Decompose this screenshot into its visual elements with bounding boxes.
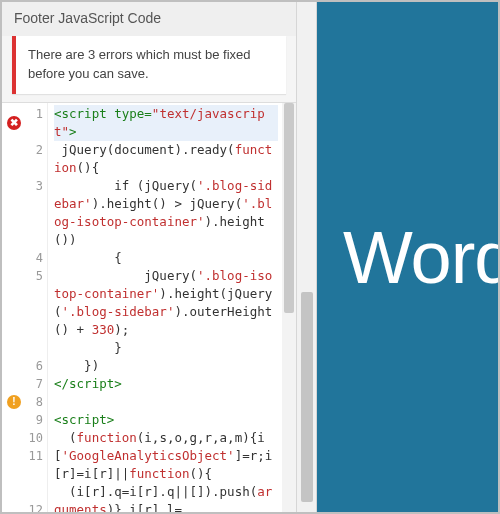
code-line	[54, 393, 278, 411]
scrollbar-thumb[interactable]	[301, 292, 313, 502]
gutter-icons: ✖ !	[2, 103, 26, 512]
line-number: 10	[26, 429, 43, 447]
scrollbar-thumb[interactable]	[284, 103, 294, 313]
code-line: <script type="text/javascript">	[54, 105, 278, 141]
code-editor[interactable]: ✖ ! 1 2 3 4 5 6 7 8 9 10 11 12 <script t…	[2, 102, 296, 512]
line-number: 5	[26, 267, 43, 357]
warning-icon: !	[7, 395, 21, 409]
code-line: })	[54, 357, 278, 375]
error-notice: There are 3 errors which must be fixed b…	[12, 36, 286, 94]
line-number: 4	[26, 249, 43, 267]
code-line: (i[r].q=i[r].q||[]).push(arguments)},i[r…	[54, 483, 278, 512]
code-line: jQuery('.blog-isotop-container').height(…	[54, 267, 278, 339]
code-line: (function(i,s,o,g,r,a,m){i['GoogleAnalyt…	[54, 429, 278, 483]
line-number: 7	[26, 375, 43, 393]
editor-panel: Footer JavaScript Code There are 3 error…	[2, 2, 297, 512]
code-line: {	[54, 249, 278, 267]
line-numbers: 1 2 3 4 5 6 7 8 9 10 11 12	[26, 103, 48, 512]
error-icon: ✖	[7, 116, 21, 130]
line-number: 9	[26, 411, 43, 429]
error-notice-text: There are 3 errors which must be fixed b…	[28, 47, 251, 81]
panel-divider-scroll[interactable]	[297, 2, 317, 512]
code-line: </script>	[54, 375, 278, 393]
code-line: <script>	[54, 411, 278, 429]
panel-title: Footer JavaScript Code	[2, 2, 296, 36]
wordpress-logo-text: Word	[343, 215, 498, 300]
code-line: jQuery(document).ready(function(){	[54, 141, 278, 177]
line-number: 11	[26, 447, 43, 501]
line-number: 2	[26, 141, 43, 177]
line-number: 12	[26, 501, 43, 512]
editor-scrollbar[interactable]	[282, 103, 296, 512]
line-number: 6	[26, 357, 43, 375]
line-number: 1	[26, 105, 43, 141]
code-line: if (jQuery('.blog-sidebar').height() > j…	[54, 177, 278, 249]
background-panel: Word	[317, 2, 498, 512]
code-content[interactable]: <script type="text/javascript"> jQuery(d…	[48, 103, 282, 512]
line-number: 8	[26, 393, 43, 411]
line-number: 3	[26, 177, 43, 249]
code-line: }	[54, 339, 278, 357]
